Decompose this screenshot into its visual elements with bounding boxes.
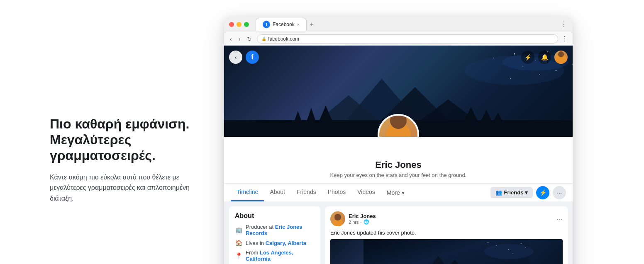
post-meta: 2 hrs · 🌐 — [349, 219, 553, 225]
post-avatar-body — [333, 218, 343, 226]
svg-point-0 — [514, 53, 515, 55]
browser-chrome: f Facebook × + ⋮ — [224, 17, 573, 32]
location-icon: 📍 — [235, 252, 242, 259]
about-title: About — [235, 212, 315, 220]
browser-navbar: ‹ › ↻ 🔒 facebook.com ⋮ — [224, 32, 573, 46]
profile-name: Eric Jones — [224, 160, 573, 170]
tab-photos[interactable]: Photos — [322, 184, 352, 201]
bell-icon: 🔔 — [541, 54, 548, 61]
post-time: 2 hrs — [349, 220, 359, 225]
hometown-name: Los Angeles, California — [246, 249, 293, 262]
svg-marker-15 — [307, 108, 315, 120]
hometown-text: From Los Angeles, California — [246, 249, 315, 262]
tab-close-btn[interactable]: × — [297, 22, 300, 27]
about-current-city: 🏠 Lives in Calgary, Alberta — [235, 240, 315, 246]
address-bar[interactable]: 🔒 facebook.com — [257, 34, 558, 44]
svg-marker-17 — [295, 111, 301, 120]
page-container: Πιο καθαρή εμφάνιση. Μεγαλύτερες γραμματ… — [0, 0, 644, 264]
post-image[interactable] — [330, 239, 563, 264]
about-box: About 🏢 Producer at Eric Jones Records 🏠… — [229, 206, 320, 264]
friends-dropdown-btn[interactable]: 👥 Friends ▾ — [490, 187, 533, 198]
friends-icon: 👥 — [495, 189, 502, 196]
profile-avatar-btn[interactable] — [554, 51, 568, 64]
content-area: About 🏢 Producer at Eric Jones Records 🏠… — [224, 201, 573, 264]
tabs-right: 👥 Friends ▾ ⚡ ··· — [490, 186, 566, 199]
tab-videos[interactable]: Videos — [351, 184, 381, 201]
post-text: Eric Jones updated his cover photo. — [330, 230, 563, 236]
home-icon: 🏠 — [235, 240, 242, 246]
message-btn[interactable]: ⚡ — [536, 186, 549, 199]
notifications-icon-btn[interactable]: 🔔 — [538, 51, 551, 64]
minimize-traffic-light[interactable] — [237, 22, 242, 27]
tab-label: Facebook — [273, 22, 295, 27]
facebook-content: ‹ f ⚡ 🔔 — [224, 46, 573, 264]
messenger-icon-btn[interactable]: ⚡ — [521, 51, 534, 64]
avatar-body — [386, 123, 411, 137]
browser-window: f Facebook × + ⋮ ‹ › ↻ 🔒 facebook.com ⋮ — [224, 17, 573, 264]
cover-fb-logo[interactable]: f — [246, 51, 259, 64]
avatar-head — [390, 114, 407, 129]
messenger-icon: ⚡ — [524, 54, 532, 61]
current-city-text: Lives in Calgary, Alberta — [246, 240, 306, 246]
profile-info: Eric Jones Keep your eyes on the stars a… — [224, 137, 573, 201]
current-city-name: Calgary, Alberta — [266, 240, 306, 246]
post-avatar[interactable] — [330, 211, 345, 226]
lock-icon: 🔒 — [261, 36, 266, 41]
workplace-name: Eric Jones Records — [246, 224, 302, 236]
svg-marker-20 — [494, 113, 502, 120]
browser-menu-icon[interactable]: ⋮ — [561, 20, 568, 28]
post-privacy-icon: 🌐 — [363, 219, 369, 225]
tabs-left: Timeline About Friends Photos Videos — [231, 184, 490, 201]
svg-point-30 — [484, 244, 534, 259]
fullscreen-traffic-light[interactable] — [244, 22, 249, 27]
workplace-text: Producer at Eric Jones Records — [246, 224, 315, 236]
left-text-section: Πιο καθαρή εμφάνιση. Μεγαλύτερες γραμματ… — [33, 116, 191, 204]
cover-back-btn[interactable]: ‹ — [229, 51, 242, 64]
headline: Πιο καθαρή εμφάνιση. Μεγαλύτερες γραμματ… — [50, 116, 191, 164]
description: Κάντε ακόμη πιο εύκολα αυτά που θέλετε μ… — [50, 172, 191, 204]
post-avatar-head — [334, 214, 341, 220]
cover-right-icons: ⚡ 🔔 — [521, 51, 568, 64]
ellipsis-icon: ··· — [557, 189, 562, 196]
post-info: Eric Jones 2 hrs · 🌐 — [349, 213, 553, 225]
svg-point-9 — [572, 64, 573, 65]
profile-more-btn[interactable]: ··· — [553, 186, 566, 199]
svg-point-27 — [488, 242, 488, 243]
svg-marker-19 — [481, 110, 491, 120]
tab-bar: f Facebook × + — [256, 18, 557, 31]
back-btn[interactable]: ‹ — [228, 35, 234, 43]
profile-avatar-container — [378, 114, 419, 137]
tab-about[interactable]: About — [264, 184, 291, 201]
cover-photo: ‹ f ⚡ 🔔 — [224, 46, 573, 137]
browser-more-icon[interactable]: ⋮ — [561, 35, 568, 43]
profile-bio: Keep your eyes on the stars and your fee… — [224, 172, 573, 178]
about-hometown: 📍 From Los Angeles, California — [235, 249, 315, 262]
new-tab-btn[interactable]: + — [308, 21, 315, 28]
facebook-favicon: f — [263, 21, 270, 28]
post-options-btn[interactable]: ··· — [556, 215, 563, 223]
post-header: Eric Jones 2 hrs · 🌐 ··· — [330, 211, 563, 226]
profile-avatar[interactable] — [378, 114, 419, 137]
message-icon: ⚡ — [539, 189, 546, 196]
facebook-tab[interactable]: f Facebook × — [256, 18, 307, 31]
refresh-btn[interactable]: ↻ — [245, 35, 254, 43]
traffic-lights — [229, 22, 249, 27]
close-traffic-light[interactable] — [229, 22, 234, 27]
post-area: Eric Jones 2 hrs · 🌐 ··· Eric Jones — [325, 206, 568, 264]
forward-btn[interactable]: › — [237, 35, 242, 43]
svg-point-26 — [521, 243, 522, 244]
tab-more[interactable]: More ▾ — [381, 184, 410, 201]
workplace-icon: 🏢 — [235, 227, 242, 233]
post-card: Eric Jones 2 hrs · 🌐 ··· Eric Jones — [325, 206, 568, 264]
tab-friends[interactable]: Friends — [291, 184, 322, 201]
about-workplace: 🏢 Producer at Eric Jones Records — [235, 224, 315, 236]
tab-timeline[interactable]: Timeline — [231, 184, 264, 201]
post-author-name: Eric Jones — [349, 213, 553, 219]
profile-tabs: Timeline About Friends Photos Videos — [224, 183, 573, 201]
address-text: facebook.com — [268, 36, 299, 42]
post-dot-sep: · — [360, 220, 361, 225]
post-author-name-inline: Eric Jones — [330, 230, 356, 236]
